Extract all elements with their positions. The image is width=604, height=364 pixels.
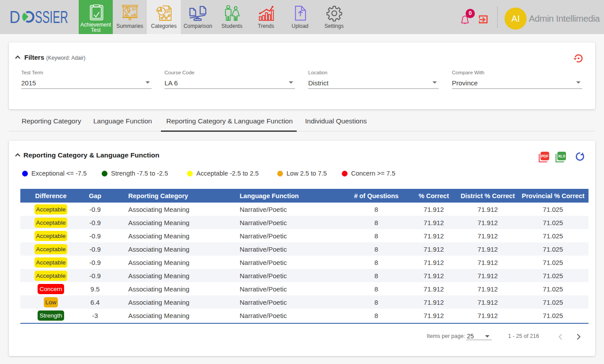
svg-text:PDF: PDF: [541, 154, 549, 158]
svg-text:XLS: XLS: [558, 154, 566, 158]
svg-text:D: D: [10, 8, 20, 27]
svg-text:SSIER: SSIER: [35, 8, 68, 27]
